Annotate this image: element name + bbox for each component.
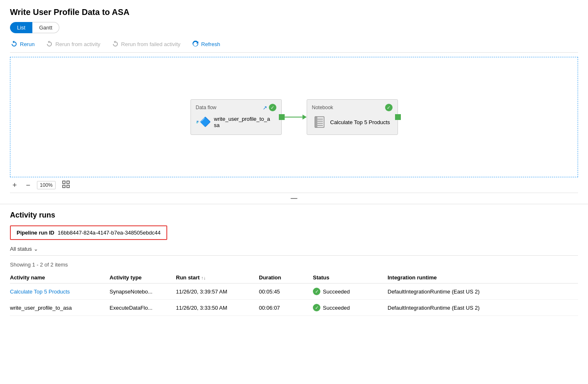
status-filter-dropdown[interactable]: All status ⌄ xyxy=(10,246,38,252)
col-duration: Duration xyxy=(259,274,313,281)
row2-status-icon: ✓ xyxy=(313,304,320,311)
view-toggle: List Gantt xyxy=(10,22,578,33)
refresh-label: Refresh xyxy=(201,41,220,47)
notebook-right-port xyxy=(395,114,401,120)
rerun-button[interactable]: Rerun xyxy=(10,39,35,49)
status-filter-label: All status xyxy=(10,246,32,252)
row2-activity-name: write_user_profile_to_asa xyxy=(10,305,110,311)
notebook-type-label: Notebook xyxy=(312,105,333,110)
rerun-from-activity-icon xyxy=(46,41,53,47)
refresh-icon xyxy=(192,41,199,47)
svg-rect-12 xyxy=(67,185,69,188)
row1-run-start: 11/26/20, 3:39:57 AM xyxy=(176,289,259,295)
row1-status-text: Succeeded xyxy=(323,289,350,295)
page-title: Write User Profile Data to ASA xyxy=(10,7,578,17)
row2-run-start: 11/26/20, 3:33:50 AM xyxy=(176,305,259,311)
notebook-status-check: ✓ xyxy=(385,104,393,111)
dataflow-node-header: Data flow ↗ ✓ xyxy=(196,104,276,111)
row2-status-text: Succeeded xyxy=(323,305,350,311)
svg-rect-10 xyxy=(67,181,69,183)
svg-rect-11 xyxy=(63,185,65,188)
gantt-toggle-btn[interactable]: Gantt xyxy=(32,22,59,33)
row2-duration: 00:06:07 xyxy=(259,305,313,311)
row1-activity-type: SynapseNotebo... xyxy=(110,289,176,295)
dataflow-node-icons: ↗ ✓ xyxy=(263,104,276,111)
rerun-from-activity-label: Rerun from activity xyxy=(55,41,100,47)
rerun-label: Rerun xyxy=(20,41,34,47)
col-activity-type: Activity type xyxy=(110,274,176,281)
external-link-icon[interactable]: ↗ xyxy=(263,105,267,111)
row1-activity-name-link[interactable]: Calculate Top 5 Products xyxy=(10,289,70,295)
row1-status-icon: ✓ xyxy=(313,288,320,295)
svg-rect-9 xyxy=(63,181,65,183)
row2-activity-type: ExecuteDataFlo... xyxy=(110,305,176,311)
rerun-from-failed-icon xyxy=(112,41,119,47)
rerun-from-activity-button[interactable]: Rerun from activity xyxy=(45,39,101,49)
section-divider[interactable]: — xyxy=(0,193,588,204)
notebook-node-body: Calculate Top 5 Products xyxy=(312,115,393,130)
notebook-node-header: Notebook ✓ xyxy=(312,104,393,111)
svg-rect-4 xyxy=(315,117,317,127)
arrow-line-body xyxy=(282,117,303,117)
filter-row: All status ⌄ xyxy=(10,246,578,256)
col-run-start: Run start ↑↓ xyxy=(176,274,259,281)
pipeline-canvas: Data flow ↗ ✓ xyxy=(10,57,578,177)
row1-integration-runtime: DefaultIntegrationRuntime (East US 2) xyxy=(388,289,578,295)
dataflow-status-check: ✓ xyxy=(269,104,276,111)
rerun-icon xyxy=(11,41,17,47)
dataflow-node-body: 🔷 write_user_profile_to_asa xyxy=(196,115,276,130)
dataflow-icon: 🔷 xyxy=(196,115,211,130)
pipeline-run-id-value: 16bb8447-824a-4147-b7ea-348505ebdc44 xyxy=(58,230,161,236)
notebook-icon xyxy=(312,115,327,130)
notebook-node[interactable]: Notebook ✓ xyxy=(307,99,398,135)
zoom-in-button[interactable]: + xyxy=(10,181,20,189)
showing-count: Showing 1 - 2 of 2 items xyxy=(10,259,578,272)
dataflow-node-name: write_user_profile_to_asa xyxy=(214,116,270,128)
col-integration-runtime: Integration runtime xyxy=(388,274,578,281)
row1-activity-name[interactable]: Calculate Top 5 Products xyxy=(10,289,110,295)
row1-duration: 00:05:45 xyxy=(259,289,313,295)
fit-to-screen-button[interactable] xyxy=(60,181,72,189)
refresh-button[interactable]: Refresh xyxy=(191,39,221,49)
rerun-from-failed-label: Rerun from failed activity xyxy=(121,41,181,47)
col-status: Status xyxy=(313,274,388,281)
toolbar: Rerun Rerun from activity Rerun from fai… xyxy=(10,39,578,53)
row2-status-cell: ✓ Succeeded xyxy=(313,304,388,311)
list-toggle-btn[interactable]: List xyxy=(10,22,32,33)
pipeline-run-id-box: Pipeline run ID 16bb8447-824a-4147-b7ea-… xyxy=(10,225,167,240)
notebook-node-name: Calculate Top 5 Products xyxy=(330,119,390,125)
table-header: Activity name Activity type Run start ↑↓… xyxy=(10,272,578,284)
pipeline-run-id-label: Pipeline run ID xyxy=(17,230,54,236)
table-row: Calculate Top 5 Products SynapseNotebo..… xyxy=(10,284,578,300)
zoom-out-button[interactable]: − xyxy=(24,181,33,189)
activity-runs-title: Activity runs xyxy=(10,211,578,220)
arrow-head xyxy=(303,115,307,120)
dataflow-node[interactable]: Data flow ↗ ✓ xyxy=(190,99,282,135)
row1-status-cell: ✓ Succeeded xyxy=(313,288,388,295)
chevron-down-icon: ⌄ xyxy=(34,246,38,252)
dataflow-type-label: Data flow xyxy=(196,105,217,110)
row2-integration-runtime: DefaultIntegrationRuntime (East US 2) xyxy=(388,305,578,311)
table-row: write_user_profile_to_asa ExecuteDataFlo… xyxy=(10,300,578,316)
pipeline-flow: Data flow ↗ ✓ xyxy=(190,99,398,135)
activity-runs-section: Activity runs Pipeline run ID 16bb8447-8… xyxy=(0,204,588,316)
zoom-controls: + − 100% xyxy=(10,177,578,193)
sort-icon[interactable]: ↑↓ xyxy=(201,275,206,280)
notebook-node-icons: ✓ xyxy=(385,104,393,111)
zoom-level: 100% xyxy=(37,181,56,189)
rerun-from-failed-button[interactable]: Rerun from failed activity xyxy=(111,39,181,49)
connector-arrow xyxy=(282,115,307,120)
col-activity-name: Activity name xyxy=(10,274,110,281)
